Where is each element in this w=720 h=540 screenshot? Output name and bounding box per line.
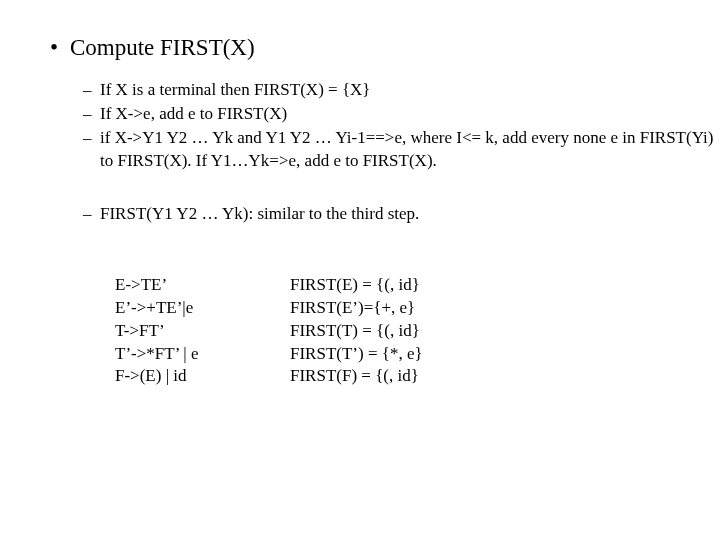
grammar-line: T->FT’ xyxy=(115,320,290,343)
rule-item: If X is a terminal then FIRST(X) = {X} xyxy=(100,79,720,102)
grammar-line: E’->+TE’|e xyxy=(115,297,290,320)
rules-list: If X is a terminal then FIRST(X) = {X} I… xyxy=(100,79,720,226)
first-line: FIRST(E’)={+, e} xyxy=(290,297,423,320)
grammar-line: E->TE’ xyxy=(115,274,290,297)
first-line: FIRST(T’) = {*, e} xyxy=(290,343,423,366)
grammar-column: E->TE’ E’->+TE’|e T->FT’ T’->*FT’ | e F-… xyxy=(115,274,290,389)
grammar-line: F->(E) | id xyxy=(115,365,290,388)
main-heading: Compute FIRST(X) xyxy=(70,35,720,61)
first-line: FIRST(T) = {(, id} xyxy=(290,320,423,343)
first-sets-column: FIRST(E) = {(, id} FIRST(E’)={+, e} FIRS… xyxy=(290,274,423,389)
example-columns: E->TE’ E’->+TE’|e T->FT’ T’->*FT’ | e F-… xyxy=(115,274,720,389)
first-line: FIRST(F) = {(, id} xyxy=(290,365,423,388)
rule-item: if X->Y1 Y2 … Yk and Y1 Y2 … Yi-1==>e, w… xyxy=(100,127,720,173)
first-line: FIRST(E) = {(, id} xyxy=(290,274,423,297)
rule-item: FIRST(Y1 Y2 … Yk): similar to the third … xyxy=(100,203,720,226)
rule-item: If X->e, add e to FIRST(X) xyxy=(100,103,720,126)
grammar-line: T’->*FT’ | e xyxy=(115,343,290,366)
